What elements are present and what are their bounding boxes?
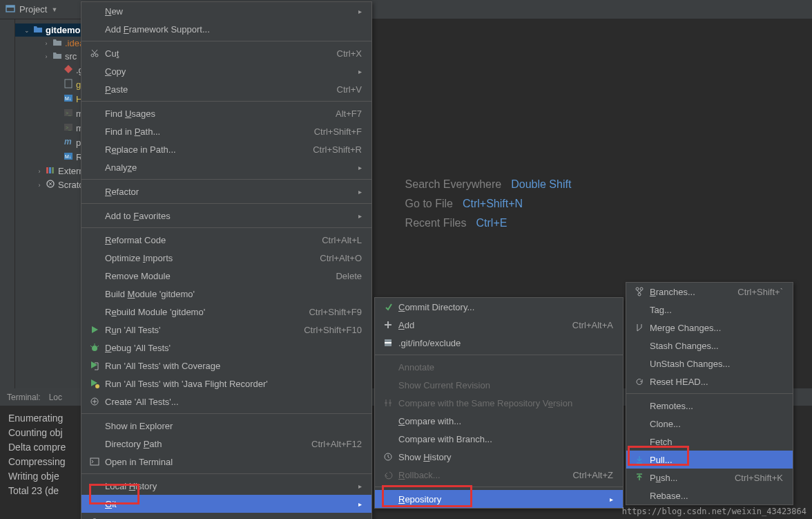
menu-item-remove-module[interactable]: Remove ModuleDelete [81,267,371,285]
menu-item-rebuild-module-gitdemo[interactable]: Rebuild Module 'gitdemo'Ctrl+Shift+F9 [81,303,371,321]
hint-label: Recent Files [405,217,467,229]
blank-icon [88,23,101,35]
menu-item-label: Show in Explorer [105,421,362,431]
menu-item-show-current-revision: Show Current Revision [375,376,623,394]
menu-item-label: Compare with Branch... [398,434,613,444]
menu-item-merge-changes[interactable]: Merge Changes... [626,319,793,337]
menu-item-analyze[interactable]: Analyze▸ [81,158,371,176]
menu-item-local-history[interactable]: Local History▸ [81,477,371,495]
menu-item-label: Branches... [650,287,721,297]
blank-icon [88,126,101,137]
menu-shortcut: Ctrl+Alt+A [572,320,613,330]
menu-item-reset-head[interactable]: Reset HEAD... [626,372,793,390]
menu-item-paste[interactable]: PasteCtrl+V [81,80,371,98]
menu-item-label: Optimize Imports [105,253,303,263]
file-icon: M↓ [64,93,73,105]
project-label[interactable]: Project [19,4,47,15]
menu-item-reload-from-disk[interactable]: Reload from Disk [81,513,371,519]
menu-item-label: Compare with... [398,416,613,426]
menu-shortcut: Delete [336,271,362,281]
menu-item-optimize-imports[interactable]: Optimize ImportsCtrl+Alt+O [81,249,371,267]
submenu-arrow-icon: ▸ [358,164,362,171]
menu-item-cut[interactable]: CutCtrl+X [81,44,371,62]
run-icon [88,324,101,335]
menu-item-label: Find in Path... [105,126,298,137]
menu-item-show-history[interactable]: Show History [375,448,623,466]
chevron-right-icon: › [43,53,50,60]
menu-item-label: Annotate [398,362,613,372]
menu-item-compare-with-branch[interactable]: Compare with Branch... [375,430,623,448]
chevron-right-icon: › [36,168,43,175]
blank-icon [88,144,101,155]
terminal-tab[interactable]: Loc [49,393,62,402]
file-icon [52,51,62,62]
menu-shortcut: Ctrl+Alt+F12 [311,439,362,449]
menu-item-build-module-gitdemo[interactable]: Build Module 'gitdemo' [81,285,371,303]
menu-item-add-framework-support[interactable]: Add Framework Support... [81,20,371,38]
menu-item-new[interactable]: New▸ [81,2,371,20]
blank-icon [382,433,394,444]
menu-item-label: Directory Path [105,439,295,449]
menu-item-push[interactable]: Push...Ctrl+Shift+K [626,469,793,487]
menu-item-branches[interactable]: Branches...Ctrl+Shift+` [626,283,793,301]
menu-item-run-all-tests[interactable]: Run 'All Tests'Ctrl+Shift+F10 [81,321,371,339]
menu-item-unstash-changes[interactable]: UnStash Changes... [626,355,793,372]
menu-item-stash-changes[interactable]: Stash Changes... [626,337,793,355]
menu-item-run-all-tests-with-coverage[interactable]: Run 'All Tests' with Coverage [81,357,371,375]
submenu-arrow-icon: ▸ [358,212,362,220]
menu-item-find-in-path[interactable]: Find in Path...Ctrl+Shift+F [81,122,371,140]
blank-icon [88,6,101,17]
menu-item-label: Cut [105,48,320,59]
context-menu-git: Commit Directory...AddCtrl+Alt+A.git/inf… [374,297,624,509]
menu-item-debug-all-tests[interactable]: Debug 'All Tests' [81,339,371,357]
menu-item-rebase[interactable]: Rebase... [626,487,793,504]
menu-item-remotes[interactable]: Remotes... [626,397,793,415]
menu-item-label: .git/info/exclude [398,338,613,348]
reload-icon [88,516,101,519]
menu-item-label: Add [398,320,556,330]
menu-item-label: Rollback... [398,470,556,480]
scratches-icon [46,179,55,191]
menu-item-label: UnStash Changes... [650,359,783,369]
menu-item-compare-with[interactable]: Compare with... [375,412,623,430]
menu-item-find-usages[interactable]: Find UsagesAlt+F7 [81,104,371,122]
menu-item-reformat-code[interactable]: Reformat CodeCtrl+Alt+L [81,231,371,249]
menu-item-label: Compare with the Same Repository Version [398,398,613,408]
chevron-down-icon[interactable]: ▼ [51,6,57,13]
menu-item-fetch[interactable]: Fetch [626,433,793,451]
menu-item-label: Commit Directory... [398,302,613,312]
blank-icon [88,498,101,509]
menu-item-git-info-exclude[interactable]: .git/info/exclude [375,334,623,352]
menu-item-add-to-favorites[interactable]: Add to Favorites▸ [81,207,371,225]
menu-item-pull[interactable]: Pull... [626,451,793,469]
menu-item-label: Merge Changes... [650,323,783,333]
menu-shortcut: Ctrl+V [337,84,362,95]
submenu-arrow-icon: ▸ [358,68,362,75]
menu-item-repository[interactable]: Repository▸ [375,490,623,508]
menu-item-annotate: Annotate [375,358,623,376]
menu-item-open-in-terminal[interactable]: Open in Terminal [81,453,371,471]
branch-icon [633,286,646,297]
svg-point-19 [95,384,99,388]
tree-root-label: gitdemo [46,25,81,35]
chevron-down-icon: ⌄ [23,27,30,34]
menu-item-label: Copy [105,66,345,77]
push-icon [633,472,646,483]
blank-icon [88,420,101,431]
menu-item-refactor[interactable]: Refactor▸ [81,182,371,200]
menu-item-copy[interactable]: Copy▸ [81,62,371,80]
menu-item-show-in-explorer[interactable]: Show in Explorer [81,417,371,435]
menu-shortcut: Ctrl+X [337,48,362,59]
menu-item-replace-in-path[interactable]: Replace in Path...Ctrl+Shift+R [81,140,371,158]
library-icon [46,166,55,176]
tree-item-label: src [65,51,77,62]
menu-item-directory-path[interactable]: Directory PathCtrl+Alt+F12 [81,435,371,453]
menu-item-create-all-tests[interactable]: Create 'All Tests'... [81,393,371,411]
menu-item-git[interactable]: Git▸ [81,495,371,513]
menu-item-run-all-tests-with-java-flight-recorder[interactable]: Run 'All Tests' with 'Java Flight Record… [81,375,371,393]
menu-item-tag[interactable]: Tag... [626,301,793,319]
menu-item-add[interactable]: AddCtrl+Alt+A [375,316,623,334]
menu-item-commit-directory[interactable]: Commit Directory... [375,298,623,316]
menu-item-label: Run 'All Tests' with Coverage [105,361,362,371]
menu-item-clone[interactable]: Clone... [626,415,793,433]
